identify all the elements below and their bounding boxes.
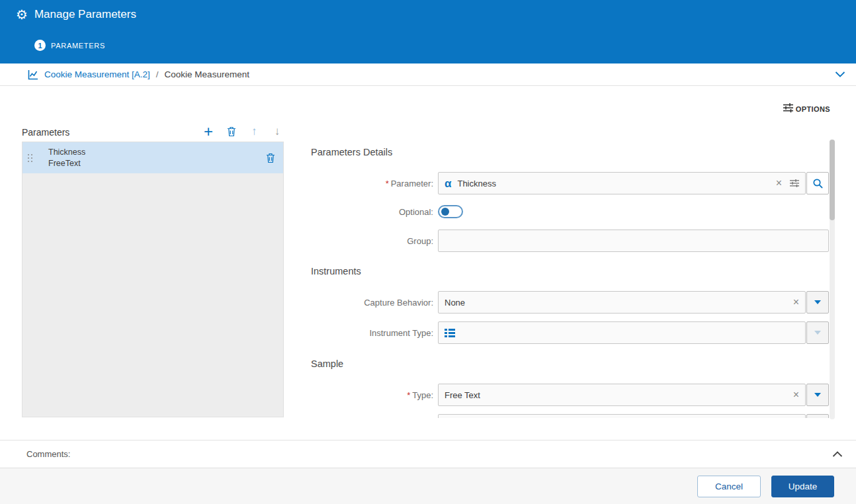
next-field-partial [311, 414, 829, 418]
page-title: Manage Parameters [34, 8, 136, 21]
capture-behavior-row: Capture Behavior: None × [311, 291, 829, 314]
parameter-field[interactable]: α Thickness × [438, 172, 806, 194]
header: ⚙ Manage Parameters 1 PARAMETERS [0, 0, 856, 63]
parameters-list-title: Parameters [22, 127, 69, 138]
optional-toggle[interactable] [438, 205, 463, 218]
cancel-button[interactable]: Cancel [697, 476, 761, 497]
instruments-heading: Instruments [311, 266, 361, 276]
chevron-up-icon[interactable] [832, 451, 843, 457]
step-number-badge: 1 [34, 40, 46, 51]
toggle-knob [441, 208, 449, 216]
comments-bar: Comments: [0, 440, 856, 468]
group-label: Group: [311, 236, 433, 246]
step-label: PARAMETERS [51, 42, 105, 50]
manage-parameters-icon: ⚙ [16, 8, 28, 21]
options-sliders-icon [783, 103, 793, 114]
clear-icon[interactable]: × [776, 178, 782, 189]
comments-label: Comments: [26, 449, 70, 459]
parameter-row: *Parameter: α Thickness × [311, 172, 829, 194]
step-parameters[interactable]: 1 PARAMETERS [34, 40, 105, 51]
details-heading: Parameters Details [311, 147, 392, 157]
clear-icon[interactable]: × [793, 297, 799, 308]
breadcrumb: Cookie Measurement [A.2] / Cookie Measur… [0, 63, 856, 86]
footer: Cancel Update [0, 468, 856, 504]
breadcrumb-current: Cookie Measurement [165, 69, 249, 79]
delete-parameter-button[interactable] [224, 124, 239, 140]
move-up-button[interactable]: ↑ [247, 124, 261, 140]
add-parameter-button[interactable]: + [201, 124, 216, 140]
parameter-value: Thickness [457, 179, 496, 189]
capture-behavior-label: Capture Behavior: [311, 298, 433, 308]
details-scrollbar-track[interactable] [830, 140, 835, 419]
item-trash-icon[interactable] [266, 153, 275, 163]
field-options-icon[interactable] [790, 179, 799, 187]
parameters-list-toolbar: + ↑ ↓ [201, 124, 284, 140]
caret-down-icon [814, 393, 821, 397]
caret-down-icon [814, 300, 821, 304]
breadcrumb-separator: / [156, 69, 159, 79]
breadcrumb-link[interactable]: Cookie Measurement [A.2] [44, 69, 150, 79]
capture-behavior-dropdown-button[interactable] [806, 291, 829, 314]
list-type-icon [445, 329, 455, 337]
instrument-type-label: Instrument Type: [311, 328, 433, 338]
drag-handle[interactable] [28, 154, 32, 162]
group-row: Group: [311, 230, 829, 252]
type-field[interactable]: Free Text × [438, 384, 806, 406]
options-button[interactable]: OPTIONS [783, 103, 830, 114]
type-label: *Type: [311, 390, 433, 400]
caret-down-icon [814, 331, 821, 335]
move-down-button[interactable]: ↓ [270, 124, 284, 140]
experiment-chart-icon [28, 69, 38, 80]
partial-field[interactable] [438, 414, 806, 418]
parameters-details-panel: Parameters Details *Parameter: α Thickne… [311, 142, 829, 418]
chevron-down-icon[interactable] [835, 71, 845, 77]
partial-dropdown-button[interactable] [806, 414, 829, 418]
list-item[interactable]: Thickness FreeText [22, 142, 283, 173]
options-label: OPTIONS [796, 105, 830, 113]
instrument-type-row: Instrument Type: [311, 321, 829, 344]
optional-label: Optional: [311, 207, 433, 217]
parameter-name: Thickness [48, 147, 85, 158]
capture-behavior-field[interactable]: None × [438, 291, 806, 314]
instrument-type-dropdown-button[interactable] [806, 321, 829, 344]
group-field[interactable] [438, 230, 829, 252]
alpha-type-icon: α [445, 178, 451, 189]
instrument-type-field[interactable] [438, 321, 806, 344]
type-row: *Type: Free Text × [311, 384, 829, 406]
parameter-label: *Parameter: [311, 179, 433, 189]
list-item-labels: Thickness FreeText [48, 147, 85, 169]
details-scrollbar-thumb[interactable] [830, 140, 835, 220]
search-button[interactable] [806, 172, 829, 194]
parameters-list: Thickness FreeText [22, 142, 284, 417]
header-title-row: ⚙ Manage Parameters [16, 8, 136, 21]
clear-icon[interactable]: × [793, 390, 799, 400]
update-button[interactable]: Update [771, 476, 834, 497]
parameter-type: FreeText [48, 158, 85, 169]
manage-parameters-dialog: ⚙ Manage Parameters 1 PARAMETERS Cookie … [0, 0, 856, 504]
sample-heading: Sample [311, 358, 343, 369]
optional-row: Optional: [311, 205, 829, 218]
type-dropdown-button[interactable] [806, 384, 829, 406]
